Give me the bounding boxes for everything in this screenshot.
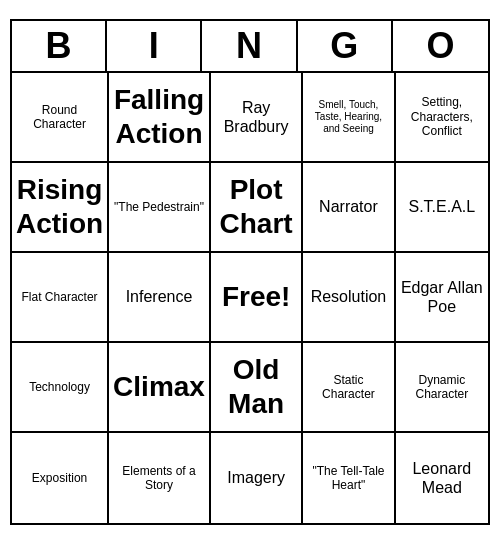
header-letter-i: I — [107, 21, 202, 71]
bingo-cell-8: Narrator — [303, 163, 395, 253]
header-letter-g: G — [298, 21, 393, 71]
bingo-cell-21: Elements of a Story — [109, 433, 211, 523]
bingo-cell-12: Free! — [211, 253, 303, 343]
bingo-cell-9: S.T.E.A.L — [396, 163, 488, 253]
bingo-cell-0: Round Character — [12, 73, 109, 163]
bingo-cell-5: Rising Action — [12, 163, 109, 253]
bingo-cell-11: Inference — [109, 253, 211, 343]
bingo-cell-23: "The Tell-Tale Heart" — [303, 433, 395, 523]
bingo-cell-14: Edgar Allan Poe — [396, 253, 488, 343]
bingo-cell-1: Falling Action — [109, 73, 211, 163]
bingo-cell-17: Old Man — [211, 343, 303, 433]
header-letter-o: O — [393, 21, 488, 71]
bingo-cell-18: Static Character — [303, 343, 395, 433]
bingo-cell-20: Exposition — [12, 433, 109, 523]
bingo-cell-13: Resolution — [303, 253, 395, 343]
bingo-grid: Round CharacterFalling ActionRay Bradbur… — [12, 73, 488, 523]
bingo-cell-16: Climax — [109, 343, 211, 433]
header-letter-n: N — [202, 21, 297, 71]
bingo-header: BINGO — [12, 21, 488, 73]
bingo-cell-2: Ray Bradbury — [211, 73, 303, 163]
bingo-card: BINGO Round CharacterFalling ActionRay B… — [10, 19, 490, 525]
bingo-cell-6: "The Pedestrain" — [109, 163, 211, 253]
bingo-cell-19: Dynamic Character — [396, 343, 488, 433]
bingo-cell-4: Setting, Characters, Conflict — [396, 73, 488, 163]
bingo-cell-22: Imagery — [211, 433, 303, 523]
bingo-cell-15: Technology — [12, 343, 109, 433]
bingo-cell-7: Plot Chart — [211, 163, 303, 253]
bingo-cell-24: Leonard Mead — [396, 433, 488, 523]
bingo-cell-10: Flat Character — [12, 253, 109, 343]
bingo-cell-3: Smell, Touch, Taste, Hearing, and Seeing — [303, 73, 395, 163]
header-letter-b: B — [12, 21, 107, 71]
